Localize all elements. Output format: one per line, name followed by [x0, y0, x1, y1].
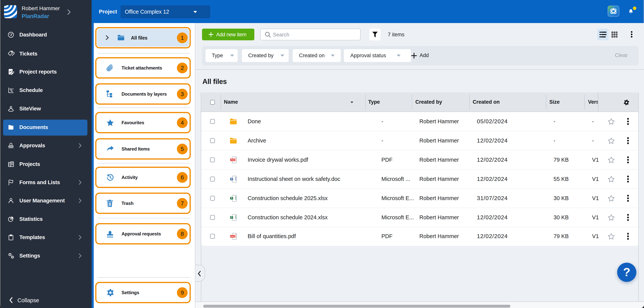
svg-text:W: W — [230, 178, 233, 180]
svg-text:X: X — [231, 216, 232, 219]
svg-text:X: X — [231, 197, 232, 199]
svg-text:PDF: PDF — [231, 159, 234, 161]
svg-text:PDF: PDF — [231, 235, 234, 237]
